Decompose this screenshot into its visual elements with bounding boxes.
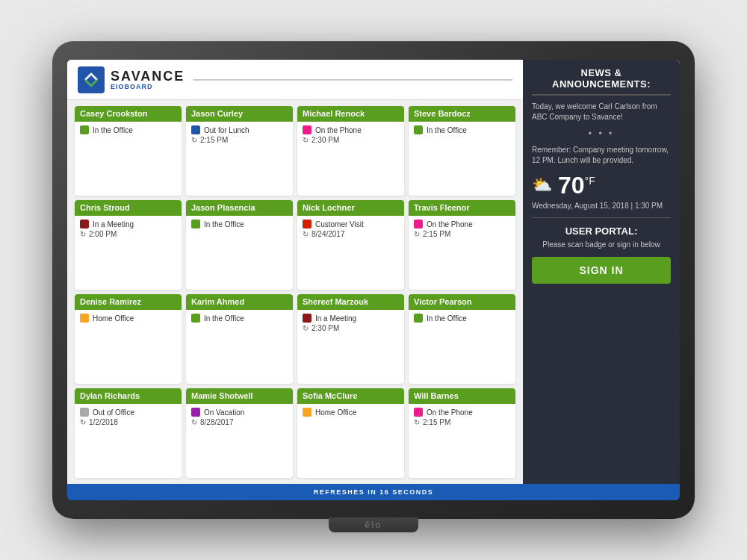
status-label: In the Office [204, 220, 244, 228]
status-row: On Vacation [191, 408, 288, 417]
time-row: ↻2:30 PM [303, 324, 399, 332]
status-label: On the Phone [427, 408, 473, 417]
time-label: 2:15 PM [423, 230, 450, 238]
time-row: ↻2:15 PM [414, 418, 510, 426]
person-name: Travis Fleenor [409, 200, 515, 216]
news-divider [532, 94, 671, 96]
person-card: Michael RenockOn the Phone↻2:30 PM [297, 106, 404, 196]
person-status-area: In a Meeting↻2:00 PM [75, 216, 182, 290]
time-row: ↻2:15 PM [414, 230, 510, 238]
person-name: Steve Bardocz [409, 106, 515, 122]
person-status-area: On Vacation↻8/28/2017 [186, 404, 293, 478]
time-row: ↻2:30 PM [303, 136, 399, 144]
status-row: Home Office [80, 314, 176, 323]
person-name: Will Barnes [409, 388, 515, 404]
weather-block: ⛅ 70°F [532, 173, 671, 197]
sidebar: NEWS & ANNOUNCEMENTS: Today, we welcome … [523, 60, 680, 484]
time-icon: ↻ [414, 230, 420, 238]
status-label: On Vacation [204, 408, 244, 417]
logo-text: SAVANCE EIOBOARD [111, 69, 185, 90]
status-label: Out of Office [93, 408, 134, 417]
status-dot [303, 125, 311, 134]
person-status-area: On the Phone↻2:30 PM [297, 122, 404, 196]
header-divider [193, 79, 512, 81]
person-card: Denise RamirezHome Office [75, 294, 182, 384]
person-card: Travis FleenorOn the Phone↻2:15 PM [409, 200, 515, 290]
time-label: 2:00 PM [89, 230, 117, 238]
person-name: Sofia McClure [297, 388, 404, 404]
person-card: Shereef MarzoukIn a Meeting↻2:30 PM [297, 294, 404, 384]
status-label: Out for Lunch [204, 126, 249, 134]
status-label: In the Office [93, 126, 133, 134]
status-label: Home Office [93, 314, 134, 323]
status-dot [303, 408, 311, 417]
status-label: Home Office [315, 408, 356, 417]
status-label: On the Phone [315, 126, 362, 134]
status-row: Home Office [303, 408, 399, 417]
person-status-area: Out of Office↻1/2/2018 [75, 404, 182, 478]
person-status-area: In a Meeting↻2:30 PM [297, 310, 404, 384]
status-dot [80, 220, 89, 228]
person-card: Karim AhmedIn the Office [186, 294, 293, 384]
time-label: 2:30 PM [311, 136, 339, 144]
status-label: In a Meeting [93, 220, 134, 228]
time-icon: ↻ [80, 230, 86, 238]
person-status-area: On the Phone↻2:15 PM [409, 404, 515, 478]
time-label: 8/24/2017 [311, 230, 345, 238]
status-dot [80, 125, 89, 134]
status-row: Out for Lunch [191, 125, 288, 134]
screen-frame: SAVANCE EIOBOARD Casey CrookstonIn the O… [67, 60, 680, 500]
person-name: Michael Renock [297, 106, 404, 122]
news-item-2: Remember: Company meeting tomorrow, 12 P… [532, 145, 671, 166]
brand-name: SAVANCE [111, 69, 185, 83]
status-dot [80, 408, 89, 417]
news-dots: • • • [532, 128, 671, 139]
weather-icon: ⛅ [532, 175, 552, 195]
datetime: Wednesday, August 15, 2018 | 1:30 PM [532, 202, 671, 218]
person-name: Victor Pearson [409, 294, 515, 310]
time-icon: ↻ [303, 324, 309, 332]
logo: SAVANCE EIOBOARD [78, 66, 185, 93]
person-card: Sofia McClureHome Office [297, 388, 404, 478]
status-dot [191, 314, 200, 323]
status-row: On the Phone [414, 408, 510, 417]
person-status-area: In the Office [75, 122, 182, 196]
person-card: Nick LochnerCustomer Visit↻8/24/2017 [297, 200, 404, 290]
status-label: In the Office [427, 314, 467, 323]
time-label: 2:30 PM [311, 324, 339, 332]
status-label: In a Meeting [315, 314, 356, 323]
time-label: 2:15 PM [200, 136, 228, 144]
weather-temp: 70°F [558, 173, 595, 197]
status-row: In the Office [414, 314, 510, 323]
status-dot [303, 314, 311, 323]
status-row: In a Meeting [303, 314, 399, 323]
header: SAVANCE EIOBOARD [67, 60, 523, 100]
status-dot [80, 314, 89, 323]
time-icon: ↻ [303, 136, 309, 144]
person-name: Denise Ramirez [75, 294, 182, 310]
screen-content: SAVANCE EIOBOARD Casey CrookstonIn the O… [67, 60, 680, 484]
person-status-area: On the Phone↻2:15 PM [409, 216, 515, 290]
sign-in-button[interactable]: SIGN IN [532, 257, 671, 284]
monitor: SAVANCE EIOBOARD Casey CrookstonIn the O… [52, 41, 695, 519]
refresh-text: REFRESHES IN 16 SECONDS [314, 488, 434, 496]
person-card: Mamie ShotwellOn Vacation↻8/28/2017 [186, 388, 293, 478]
status-row: Customer Visit [303, 220, 399, 228]
person-status-area: In the Office [186, 216, 293, 290]
person-status-area: Customer Visit↻8/24/2017 [297, 216, 404, 290]
time-icon: ↻ [80, 418, 86, 426]
person-card: Dylan RichardsOut of Office↻1/2/2018 [75, 388, 182, 478]
status-dot [414, 408, 423, 417]
time-icon: ↻ [303, 230, 309, 238]
time-row: ↻1/2/2018 [80, 418, 176, 426]
status-row: In the Office [80, 125, 176, 134]
time-row: ↻8/28/2017 [191, 418, 288, 426]
person-status-area: In the Office [409, 310, 515, 384]
status-label: In the Office [427, 126, 467, 134]
person-name: Chris Stroud [75, 200, 182, 216]
time-row: ↻8/24/2017 [303, 230, 399, 238]
news-title: NEWS & ANNOUNCEMENTS: [532, 67, 671, 90]
stand-logo: ēlo [365, 520, 382, 530]
status-dot [303, 220, 311, 228]
people-grid: Casey CrookstonIn the OfficeJason Curley… [67, 100, 523, 484]
